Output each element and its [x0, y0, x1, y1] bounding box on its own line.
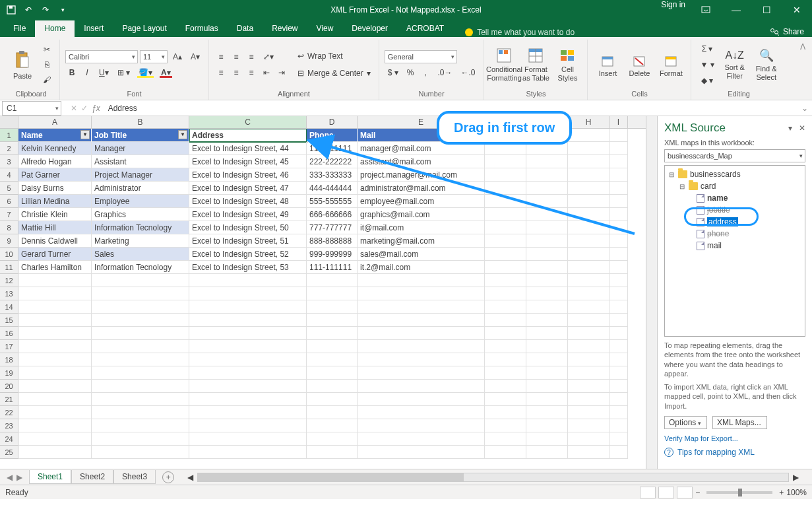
cell[interactable] — [568, 129, 609, 142]
maximize-button[interactable]: ☐ — [751, 0, 782, 20]
fx-icon[interactable]: ƒx — [92, 104, 100, 113]
row[interactable]: 10Gerard TurnerSalesExcel to Indesign St… — [0, 248, 646, 261]
cell[interactable] — [189, 406, 307, 419]
cell[interactable] — [18, 287, 92, 300]
cell[interactable] — [609, 353, 628, 366]
cell[interactable]: Excel to Indesign Street, 47 — [189, 182, 307, 195]
minimize-button[interactable]: — — [721, 0, 751, 20]
comma-button[interactable]: , — [419, 66, 432, 79]
cell[interactable]: Information Tecnology — [92, 261, 189, 274]
sheet-nav-next[interactable]: ▶ — [16, 473, 22, 482]
row-header[interactable]: 6 — [0, 195, 18, 208]
undo-icon[interactable]: ↶ — [21, 2, 36, 18]
zoom-in-button[interactable]: + — [779, 488, 784, 497]
cell[interactable] — [609, 406, 628, 419]
cell[interactable] — [358, 340, 485, 353]
cell[interactable] — [485, 261, 526, 274]
cell[interactable] — [485, 208, 526, 221]
row-header[interactable]: 12 — [0, 274, 18, 287]
row[interactable]: 4Pat GarnerProject ManagerExcel to Indes… — [0, 168, 646, 182]
row-header[interactable]: 2 — [0, 142, 18, 155]
cell[interactable] — [609, 208, 628, 221]
cell[interactable] — [92, 287, 189, 300]
find-select-button[interactable]: 🔍Find & Select — [752, 42, 781, 87]
row[interactable]: 19 — [0, 366, 646, 380]
tree-name[interactable]: name — [707, 193, 728, 203]
cut-button[interactable]: ✂ — [40, 43, 54, 56]
cell[interactable] — [307, 300, 358, 314]
cell[interactable]: Graphics — [92, 208, 189, 221]
save-icon[interactable] — [4, 2, 18, 18]
cell[interactable] — [568, 393, 609, 406]
row[interactable]: 18 — [0, 353, 646, 366]
cell[interactable] — [485, 287, 526, 300]
bold-button[interactable]: B — [65, 66, 78, 79]
copy-button[interactable]: ⎘ — [40, 58, 54, 71]
cell[interactable] — [307, 274, 358, 287]
font-color-button[interactable]: A ▾ — [158, 66, 174, 79]
wrap-text-button[interactable]: ↩Wrap Text — [295, 49, 373, 63]
row[interactable]: 17 — [0, 340, 646, 353]
cell[interactable] — [358, 314, 485, 327]
cell[interactable]: Alfredo Hogan — [18, 155, 92, 168]
ribbon-options-icon[interactable] — [691, 0, 721, 20]
tree-phone[interactable]: phone — [707, 229, 729, 238]
cell[interactable] — [568, 248, 609, 261]
accounting-button[interactable]: $ ▾ — [385, 66, 402, 79]
row-header[interactable]: 1 — [0, 129, 18, 142]
tab-insert[interactable]: Insert — [75, 20, 113, 37]
align-right-button[interactable]: ≡ — [245, 66, 258, 79]
cell[interactable]: Gerard Turner — [18, 248, 92, 261]
cell[interactable]: Phone — [307, 129, 358, 142]
row-header[interactable]: 20 — [0, 380, 18, 393]
cell[interactable] — [92, 353, 189, 366]
cell[interactable] — [307, 287, 358, 300]
cell[interactable] — [307, 353, 358, 366]
cell[interactable] — [485, 327, 526, 340]
format-painter-button[interactable]: 🖌 — [40, 73, 54, 86]
row-header[interactable]: 17 — [0, 340, 18, 353]
cell[interactable]: Employee — [92, 195, 189, 208]
cell[interactable] — [189, 287, 307, 300]
cell[interactable] — [526, 274, 568, 287]
cell[interactable] — [609, 419, 628, 432]
row-header[interactable]: 8 — [0, 221, 18, 234]
cell[interactable] — [189, 340, 307, 353]
cell[interactable] — [358, 380, 485, 393]
cell[interactable] — [307, 327, 358, 340]
cell[interactable] — [485, 406, 526, 419]
cell[interactable] — [485, 380, 526, 393]
cell[interactable]: 888-888888 — [307, 234, 358, 248]
cell[interactable] — [609, 129, 628, 142]
cell[interactable] — [526, 221, 568, 234]
cell[interactable] — [568, 142, 609, 155]
cell[interactable] — [18, 380, 92, 393]
row-header[interactable]: 13 — [0, 287, 18, 300]
cell[interactable]: Charles Hamilton — [18, 261, 92, 274]
row[interactable]: 20 — [0, 380, 646, 393]
row-header[interactable]: 18 — [0, 353, 18, 366]
cell[interactable] — [526, 406, 568, 419]
worksheet[interactable]: A B C D E F G H I 1Name▾Job Title▾Addres… — [0, 116, 646, 469]
cell[interactable] — [189, 366, 307, 380]
cell[interactable]: Christie Klein — [18, 208, 92, 221]
cell[interactable] — [358, 353, 485, 366]
cell[interactable]: Name▾ — [18, 129, 92, 142]
cell[interactable] — [307, 380, 358, 393]
redo-icon[interactable]: ↷ — [38, 2, 53, 18]
cell[interactable] — [526, 208, 568, 221]
row-header[interactable]: 9 — [0, 234, 18, 248]
cell[interactable] — [92, 380, 189, 393]
cell[interactable] — [358, 446, 485, 459]
col-header-C[interactable]: C — [189, 116, 307, 128]
cell[interactable] — [485, 340, 526, 353]
cell[interactable] — [526, 340, 568, 353]
cell[interactable] — [526, 432, 568, 446]
cell[interactable]: Address — [189, 129, 307, 142]
cell[interactable] — [568, 380, 609, 393]
row[interactable]: 22 — [0, 406, 646, 419]
format-cells-button[interactable]: Format — [656, 42, 685, 87]
sheet-tab-3[interactable]: Sheet3 — [113, 470, 156, 484]
cell[interactable] — [189, 393, 307, 406]
cell[interactable] — [526, 168, 568, 182]
